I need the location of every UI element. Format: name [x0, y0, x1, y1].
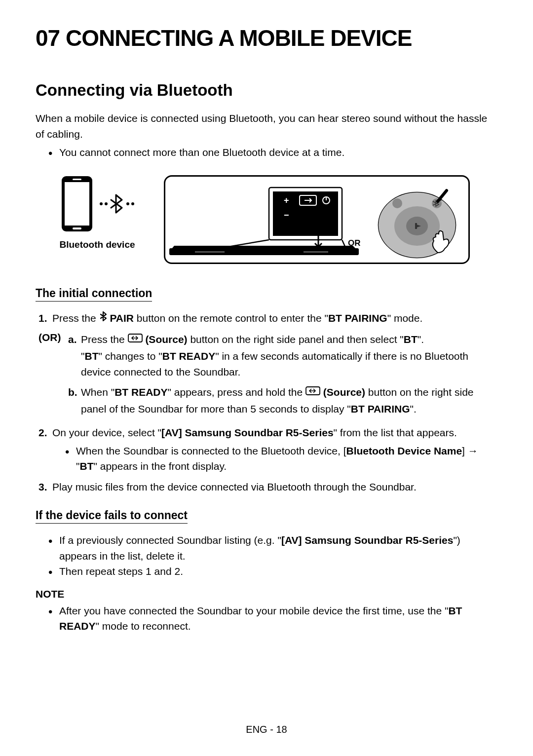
page-footer: ENG - 18 — [0, 724, 533, 735]
svg-point-4 — [100, 202, 103, 205]
svg-point-6 — [126, 202, 129, 205]
initial-connection-title: The initial connection — [36, 287, 152, 302]
substep-a: a. Press the (Source) button on the righ… — [68, 332, 497, 380]
intro-bullet: You cannot connect more than one Bluetoo… — [48, 145, 497, 160]
phone-label: Bluetooth device — [59, 239, 135, 250]
svg-rect-25 — [415, 223, 417, 229]
chapter-title: 07 CONNECTING A MOBILE DEVICE — [36, 25, 497, 51]
section-title: Connecting via Bluetooth — [36, 81, 497, 100]
soundbar-illustration: + − OR — [164, 175, 470, 264]
phone-bluetooth-illustration — [53, 175, 142, 234]
or-label: (OR) — [38, 332, 68, 421]
or-block: (OR) a. Press the (Source) button on the… — [36, 332, 497, 421]
intro-text: When a mobile device is connected using … — [36, 111, 497, 142]
svg-point-5 — [105, 202, 108, 205]
note-bullet: After you have connected the Soundbar to… — [48, 603, 497, 634]
fails-bullet-1: If a previously connected Soundbar listi… — [48, 532, 497, 564]
source-icon — [305, 384, 320, 400]
step-3: 3. Play music files from the device conn… — [38, 479, 497, 495]
source-icon — [128, 331, 143, 347]
note-label: NOTE — [36, 588, 497, 600]
diagram-row: Bluetooth device + − — [40, 175, 497, 264]
svg-rect-10 — [304, 251, 328, 253]
step-1: 1. Press the PAIR button on the remote c… — [38, 310, 497, 327]
step-2: 2. On your device, select "[AV] Samsung … — [38, 425, 497, 474]
svg-point-26 — [392, 198, 402, 208]
svg-rect-3 — [73, 227, 81, 229]
substep-b: b. When "BT READY" appears, press and ho… — [68, 384, 497, 417]
svg-text:−: − — [284, 210, 289, 220]
svg-rect-9 — [195, 251, 225, 253]
bluetooth-icon — [99, 310, 107, 326]
phone-block: Bluetooth device — [40, 175, 154, 250]
or-label-diagram: OR — [348, 238, 361, 248]
svg-rect-1 — [65, 182, 89, 226]
step-number: 1. — [38, 310, 52, 327]
fails-bullet-2: Then repeat steps 1 and 2. — [48, 564, 497, 579]
svg-text:+: + — [284, 195, 289, 205]
svg-rect-2 — [73, 179, 81, 180]
fails-title: If the device fails to connect — [36, 509, 188, 524]
step-2-bullet: When the Soundbar is connected to the Bl… — [65, 443, 497, 474]
svg-point-7 — [131, 202, 134, 205]
